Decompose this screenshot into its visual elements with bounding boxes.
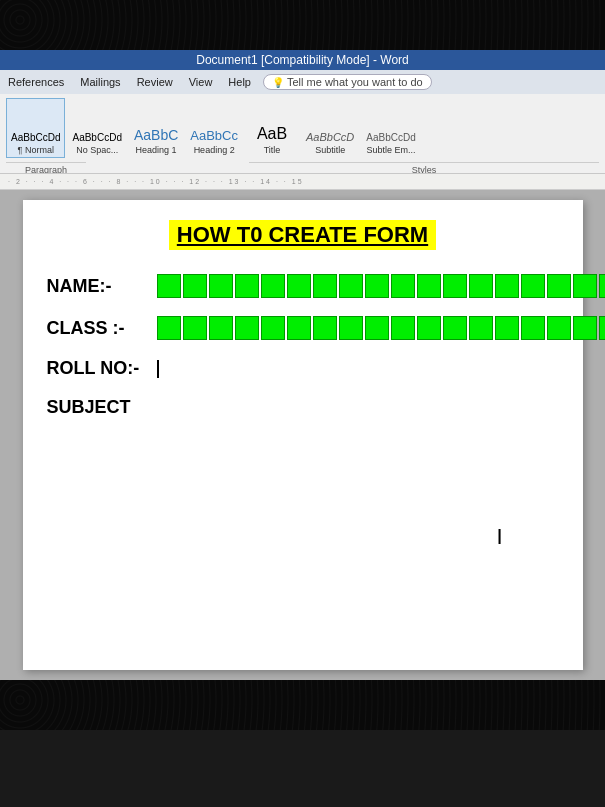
checkbox-cell[interactable] [547,316,571,340]
document-title-container: HOW T0 CREATE FORM [47,220,559,250]
checkbox-cell[interactable] [495,316,519,340]
class-checkboxes [157,316,606,340]
checkbox-cell[interactable] [183,316,207,340]
class-label: CLASS :- [47,318,157,339]
tell-me-text: Tell me what you want to do [287,76,423,88]
style-heading2[interactable]: AaBbCc Heading 2 [185,98,243,158]
title-bar: Document1 [Compatibility Mode] - Word [0,50,605,70]
checkbox-cell[interactable] [209,274,233,298]
style-subtle[interactable]: AaBbCcDd Subtle Em... [361,98,420,158]
checkbox-cell[interactable] [573,316,597,340]
name-label: NAME:- [47,276,157,297]
checkbox-cell[interactable] [339,316,363,340]
style-heading2-preview: AaBbCc [190,129,238,143]
style-subtitle-label: Subtitle [315,145,345,155]
subject-row: SUBJECT [47,397,559,418]
top-decoration [0,0,605,50]
checkbox-cell[interactable] [157,274,181,298]
style-normal-preview: AaBbCcDd [11,132,60,143]
checkbox-cell[interactable] [313,274,337,298]
ribbon: AaBbCcDd ¶ Normal AaBbCcDd No Spac... Aa… [0,94,605,174]
rollno-row: ROLL NO:- [47,358,559,379]
checkbox-cell[interactable] [209,316,233,340]
class-row: CLASS :- [47,316,559,340]
checkbox-cell[interactable] [417,316,441,340]
style-subtle-label: Subtle Em... [367,145,416,155]
style-heading1-preview: AaBbC [134,128,178,143]
ribbon-row: AaBbCcDd ¶ Normal AaBbCcDd No Spac... Aa… [6,98,599,158]
title-bar-text: Document1 [Compatibility Mode] - Word [196,53,409,67]
paragraph-section-label: Paragraph [6,162,86,174]
style-subtitle[interactable]: AaBbCcD Subtitle [301,98,359,158]
styles-section-label: Styles [249,162,599,174]
checkbox-cell[interactable] [521,316,545,340]
checkbox-cell[interactable] [495,274,519,298]
checkbox-cell[interactable] [469,316,493,340]
document-page: HOW T0 CREATE FORM NAME:- [23,200,583,670]
checkbox-cell[interactable] [417,274,441,298]
style-title-preview: AaB [257,125,287,143]
checkbox-cell[interactable] [599,274,606,298]
checkbox-cell[interactable] [469,274,493,298]
ruler: · 2 · · · 4 · · · 6 · · · 8 · · · 10 · ·… [0,174,605,190]
name-row: NAME:- [47,274,559,298]
checkbox-cell[interactable] [261,274,285,298]
checkbox-cell[interactable] [339,274,363,298]
style-nospace[interactable]: AaBbCcDd No Spac... [67,98,126,158]
checkbox-cell[interactable] [391,274,415,298]
style-subtle-preview: AaBbCcDd [366,132,415,143]
checkbox-cell[interactable] [365,316,389,340]
checkbox-cell[interactable] [521,274,545,298]
checkbox-cell[interactable] [235,274,259,298]
checkbox-cell[interactable] [287,316,311,340]
checkbox-cell[interactable] [365,274,389,298]
style-normal-label: ¶ Normal [18,145,54,155]
checkbox-cell[interactable] [313,316,337,340]
checkbox-cell[interactable] [235,316,259,340]
menu-references[interactable]: References [4,75,68,89]
subject-label: SUBJECT [47,397,157,418]
menu-help[interactable]: Help [224,75,255,89]
checkbox-cell[interactable] [183,274,207,298]
style-nospace-label: No Spac... [76,145,118,155]
tell-me-box[interactable]: 💡 Tell me what you want to do [263,74,432,90]
document-title: HOW T0 CREATE FORM [169,220,436,250]
i-beam-cursor: I [496,524,502,550]
checkbox-cell[interactable] [443,316,467,340]
ruler-marks: · 2 · · · 4 · · · 6 · · · 8 · · · 10 · ·… [8,178,304,185]
checkbox-cell[interactable] [287,274,311,298]
checkbox-cell[interactable] [261,316,285,340]
style-heading2-label: Heading 2 [194,145,235,155]
style-nospace-preview: AaBbCcDd [72,132,121,143]
name-checkboxes [157,274,606,298]
checkbox-cell[interactable] [391,316,415,340]
checkbox-cell[interactable] [157,316,181,340]
text-cursor [157,360,159,378]
lightbulb-icon: 💡 [272,77,284,88]
document-area: HOW T0 CREATE FORM NAME:- [0,190,605,680]
menu-mailings[interactable]: Mailings [76,75,124,89]
menu-bar: References Mailings Review View Help 💡 T… [0,70,605,94]
menu-view[interactable]: View [185,75,217,89]
rollno-label: ROLL NO:- [47,358,157,379]
menu-review[interactable]: Review [133,75,177,89]
checkbox-cell[interactable] [443,274,467,298]
checkbox-cell[interactable] [573,274,597,298]
checkbox-cell[interactable] [547,274,571,298]
style-heading1-label: Heading 1 [136,145,177,155]
style-subtitle-preview: AaBbCcD [306,131,354,143]
checkbox-cell[interactable] [599,316,606,340]
style-normal[interactable]: AaBbCcDd ¶ Normal [6,98,65,158]
bottom-decoration [0,680,605,730]
style-title-label: Title [264,145,281,155]
style-heading1[interactable]: AaBbC Heading 1 [129,98,183,158]
style-title[interactable]: AaB Title [245,98,299,158]
